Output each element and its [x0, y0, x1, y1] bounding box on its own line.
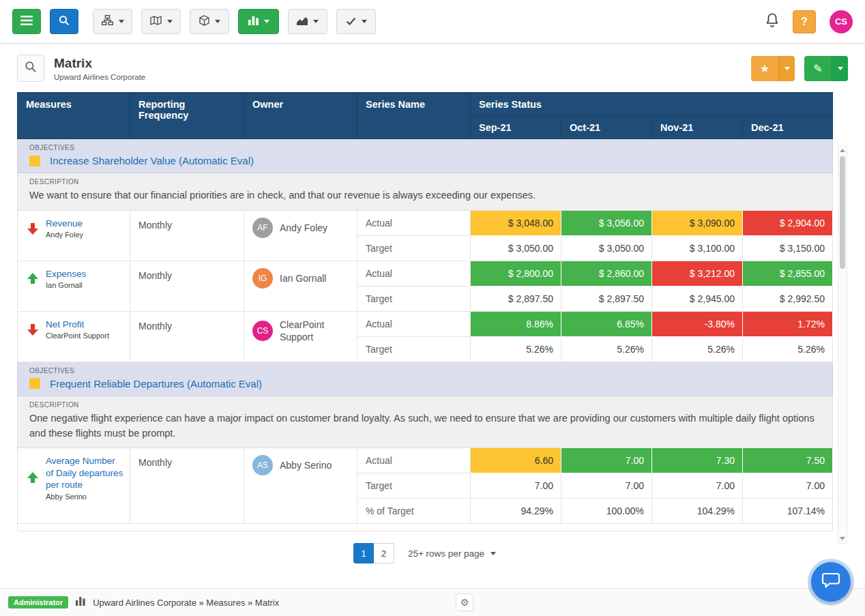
value-cell: 5.26% [561, 336, 652, 362]
favorite-button[interactable]: ★ [751, 56, 778, 81]
value-cell: $ 2,897.50 [471, 286, 561, 311]
title-block: Matrix Upward Airlines Corporate [54, 56, 145, 81]
vertical-scrollbar[interactable] [838, 145, 847, 544]
user-avatar[interactable]: CS [830, 10, 853, 33]
bar-chart-icon [76, 597, 85, 608]
description-label: DESCRIPTION [29, 401, 821, 409]
chat-launcher-button[interactable] [811, 562, 851, 602]
settings-gear-button[interactable]: ⚙ [456, 593, 473, 611]
trend-arrow-icon [27, 222, 38, 235]
cube-dropdown-button[interactable] [190, 9, 229, 34]
description-row: DESCRIPTION We want to ensure that our f… [18, 173, 833, 211]
report-search-button[interactable] [17, 55, 44, 82]
owner-name: Ian Gornall [280, 272, 326, 284]
value-cell: 94.29% [471, 499, 561, 524]
notifications-button[interactable] [765, 13, 779, 31]
edit-caret-button[interactable] [832, 56, 848, 81]
hierarchy-icon [102, 15, 113, 28]
measure-text: Average Number of Daily departures per r… [46, 455, 124, 501]
measure-row: Net Profit ClearPoint Support Monthly CS… [18, 311, 833, 336]
chat-bubble-icon [821, 572, 840, 592]
scroll-down-button[interactable] [838, 534, 847, 543]
value-cell: 7.00 [561, 448, 652, 473]
measure-row: Average Number of Daily departures per r… [18, 448, 833, 473]
chevron-down-icon [362, 20, 367, 23]
hierarchy-dropdown-button[interactable] [93, 9, 132, 34]
column-header-series-name: Series Name [357, 93, 471, 139]
value-cell: $ 3,100.00 [652, 235, 743, 261]
gear-icon: ⚙ [460, 597, 469, 608]
value-cell: 7.00 [652, 473, 743, 499]
chevron-down-icon [119, 20, 124, 23]
edit-split-button: ✎ [804, 56, 848, 81]
matrix-view-button[interactable] [238, 9, 279, 34]
chart-dropdown-button[interactable] [288, 9, 327, 34]
measure-row: Expenses Ian Gornall Monthly IG Ian Gorn… [18, 261, 833, 286]
owner-name: ClearPoint Support [280, 319, 349, 343]
owner-avatar: AS [252, 455, 273, 475]
toolbar-right-group: ? CS [765, 10, 853, 33]
objective-row: OBJECTIVES Increase Shareholder Value (A… [18, 139, 833, 173]
scroll-up-button[interactable] [838, 146, 847, 155]
objective-description: One negative flight experience can have … [29, 411, 821, 441]
favorite-split-button: ★ [751, 56, 795, 81]
owner-cell: AS Abby Serino [244, 448, 357, 524]
objective-link[interactable]: Increase Shareholder Value (Automatic Ev… [50, 155, 254, 166]
footer-bar: Administrator Upward Airlines Corporate … [0, 588, 865, 616]
chevron-down-icon [838, 67, 843, 70]
search-button[interactable] [50, 9, 78, 34]
partial-row [18, 524, 833, 531]
owner-cell: AF Andy Foley [244, 210, 357, 261]
series-name-cell: % of Target [357, 499, 471, 524]
value-cell: 7.50 [743, 448, 833, 473]
rows-per-page-select[interactable]: 25+ rows per page [408, 548, 496, 559]
series-name-cell: Target [357, 336, 471, 362]
column-header-measures: Measures [18, 93, 130, 139]
measure-link[interactable]: Average Number of Daily departures per r… [46, 455, 124, 491]
measure-owner-subtext: ClearPoint Support [46, 332, 109, 340]
measure-text: Revenue Andy Foley [46, 218, 83, 239]
frequency-cell: Monthly [130, 448, 244, 524]
column-header-month: Dec-21 [743, 117, 833, 139]
value-cell: $ 2,904.00 [743, 210, 833, 235]
edit-button[interactable]: ✎ [804, 56, 832, 81]
page-header: Matrix Upward Airlines Corporate ★ ✎ [0, 44, 865, 92]
value-cell: 104.29% [652, 499, 743, 524]
measure-text: Expenses Ian Gornall [46, 268, 86, 290]
page-title: Matrix [54, 56, 145, 71]
breadcrumb[interactable]: Upward Airlines Corporate » Measures » M… [93, 598, 279, 608]
frequency-cell: Monthly [130, 311, 244, 362]
scrollbar-thumb[interactable] [840, 156, 845, 269]
value-cell: 8.86% [471, 311, 561, 336]
page-button-2[interactable]: 2 [374, 543, 394, 563]
measure-link[interactable]: Expenses [46, 268, 86, 280]
menu-button[interactable] [12, 9, 41, 34]
page-button-1[interactable]: 1 [353, 543, 374, 563]
help-button[interactable]: ? [793, 10, 816, 33]
column-header-month: Oct-21 [561, 117, 652, 139]
column-header-month: Nov-21 [652, 117, 743, 139]
measure-link[interactable]: Revenue [46, 218, 83, 230]
series-name-cell: Target [357, 473, 471, 499]
series-name-cell: Actual [357, 448, 471, 473]
approval-dropdown-button[interactable] [336, 9, 376, 34]
objective-status-icon [29, 378, 40, 389]
owner-name: Andy Foley [280, 222, 327, 234]
value-cell: $ 2,855.00 [743, 261, 833, 286]
favorite-caret-button[interactable] [778, 56, 795, 81]
rows-per-page-label: 25+ rows per page [408, 548, 484, 559]
objective-row: OBJECTIVES Frequent Reliable Departures … [18, 362, 833, 396]
value-cell: $ 3,056.00 [561, 210, 652, 235]
bar-chart-icon [248, 16, 259, 28]
measure-text: Net Profit ClearPoint Support [46, 319, 109, 340]
measure-row: Revenue Andy Foley Monthly AF Andy Foley… [18, 210, 833, 235]
triangle-down-icon [840, 537, 845, 540]
value-cell: 6.60 [471, 448, 561, 473]
objective-link[interactable]: Frequent Reliable Departures (Automatic … [50, 378, 262, 390]
trend-arrow-icon [27, 472, 38, 484]
measure-owner-subtext: Ian Gornall [46, 281, 86, 289]
column-header-frequency: Reporting Frequency [130, 93, 244, 139]
measure-link[interactable]: Net Profit [46, 319, 109, 331]
map-dropdown-button[interactable] [141, 9, 181, 34]
value-cell: 7.00 [561, 473, 652, 499]
